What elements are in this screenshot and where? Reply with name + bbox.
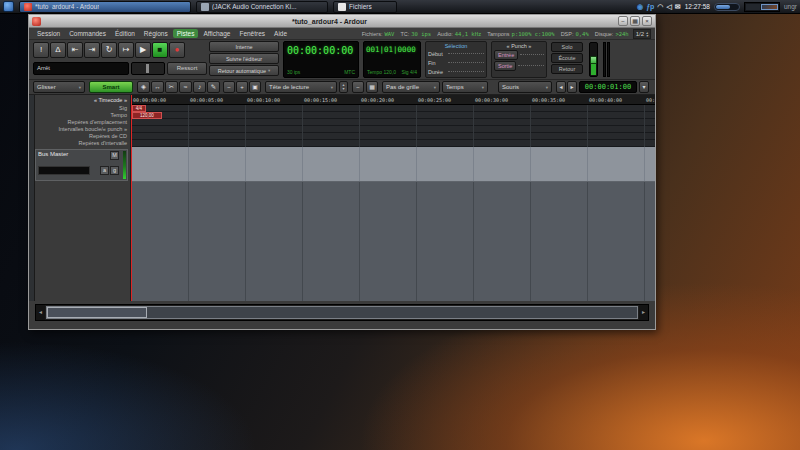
snap-unit-combo[interactable]: Temps▾ — [442, 81, 488, 93]
fader-handle[interactable] — [590, 56, 597, 64]
marker-lane-5[interactable] — [131, 133, 655, 140]
menu-aide[interactable]: Aide — [270, 29, 291, 38]
minimize-button[interactable]: − — [618, 16, 628, 26]
summary-view[interactable] — [46, 306, 638, 319]
cut-tool-icon[interactable]: ✂ — [165, 81, 178, 93]
wifi-icon[interactable]: ◠ — [657, 2, 663, 12]
nudge-back-button[interactable]: ◂ — [556, 81, 566, 93]
lane-label-4[interactable]: Intervalles boucle/« punch » — [35, 126, 130, 133]
midi-panic-button[interactable]: ! — [33, 42, 49, 58]
go-start-button[interactable]: ⇤ — [67, 42, 83, 58]
marker-lane-3[interactable] — [131, 119, 655, 126]
range-tool-icon[interactable]: ↔ — [151, 81, 164, 93]
group-button[interactable]: g — [110, 166, 119, 175]
timecode-ruler[interactable]: 00:00:00:0000:00:05:0000:00:10:0000:00:1… — [131, 95, 655, 105]
secondary-clock[interactable]: 001|01|0000 Tempo 120,0Sig 4/4 — [363, 41, 421, 78]
metronome-button[interactable]: Δ — [50, 42, 66, 58]
lane-label-0[interactable]: « Timecode » — [35, 95, 130, 105]
play-range-button[interactable]: ↦ — [118, 42, 134, 58]
automation-button[interactable]: a — [100, 166, 109, 175]
shuttle-handle[interactable] — [146, 64, 149, 73]
zoom-focus-combo[interactable]: Souris▾ — [498, 81, 552, 93]
marker-lane-6[interactable] — [131, 140, 655, 147]
draw-tool-icon[interactable]: ✎ — [207, 81, 220, 93]
lane-label-6[interactable]: Repères d'intervalle — [35, 140, 130, 147]
spin-down-icon[interactable]: ▾ — [342, 87, 344, 91]
record-button[interactable]: ● — [169, 42, 185, 58]
mail-icon[interactable]: ✉ — [675, 2, 681, 12]
follow-edit-button[interactable]: Suivre l'éditeur — [209, 53, 279, 64]
taskbar-item-jack[interactable]: (JACK Audio Connection Ki... — [196, 1, 328, 13]
marker-lane-1[interactable] — [131, 105, 655, 112]
mute-button[interactable]: M — [110, 151, 119, 160]
snap-mode-combo[interactable]: Pas de grille▾ — [382, 81, 440, 93]
shrink-tracks-button[interactable]: − — [352, 81, 364, 93]
gain-entry[interactable] — [38, 166, 90, 175]
zoom-fit-button[interactable]: ▣ — [249, 81, 261, 93]
punch-in-button[interactable]: Entrée — [494, 50, 518, 60]
tray-clock[interactable]: 12:27:58 — [685, 3, 710, 10]
zoom-in-button[interactable]: + — [236, 81, 248, 93]
fp-icon[interactable]: ƒp — [646, 2, 654, 12]
toolbar-overflow-button[interactable]: ▾ — [639, 81, 649, 93]
menu-edition[interactable]: Édition — [111, 29, 139, 38]
shuttle-mode-button[interactable]: Ressort — [167, 62, 207, 75]
lane-label-5[interactable]: Repères de CD — [35, 133, 130, 140]
go-end-button[interactable]: ⇥ — [84, 42, 100, 58]
menu-fenetres[interactable]: Fenêtres — [235, 29, 269, 38]
desktop-1[interactable] — [746, 4, 761, 10]
menu-regions[interactable]: Régions — [140, 29, 172, 38]
zoom-out-button[interactable]: − — [223, 81, 235, 93]
playhead[interactable] — [131, 95, 132, 301]
close-button[interactable]: × — [642, 16, 652, 26]
tray-slider[interactable] — [714, 3, 740, 11]
grab-tool-icon[interactable]: ◈ — [137, 81, 150, 93]
lane-label-3[interactable]: Repères d'emplacement — [35, 119, 130, 126]
summary-thumb[interactable] — [47, 307, 147, 318]
editor-canvas[interactable] — [131, 182, 655, 301]
menu-commandes[interactable]: Commandes — [65, 29, 110, 38]
indicator-feedback[interactable]: Retour — [551, 64, 583, 74]
network-icon[interactable]: ◉ — [637, 2, 643, 12]
taskbar-item-files[interactable]: Fichiers — [333, 1, 397, 13]
audition-tool-icon[interactable]: ♪ — [193, 81, 206, 93]
indicator-audition[interactable]: Écoute — [551, 53, 583, 63]
titlebar[interactable]: *tuto_ardour4 - Ardour −▦× — [29, 15, 655, 28]
loop-button[interactable]: ↻ — [101, 42, 117, 58]
shuttle-control[interactable] — [131, 62, 165, 75]
master-track-lane[interactable] — [131, 147, 655, 182]
primary-clock[interactable]: 00:00:00:00 30 ipsMTC — [283, 41, 359, 78]
menu-pistes[interactable]: Pistes — [173, 29, 199, 38]
play-button[interactable]: ▶ — [135, 42, 151, 58]
sync-source-button[interactable]: Interne — [209, 41, 279, 52]
lane-label-1[interactable]: Sig — [35, 105, 130, 112]
zoom-spinner[interactable]: ▴▾ — [339, 81, 348, 93]
tempo-marker[interactable]: 120,00 — [132, 112, 162, 119]
lane-label-2[interactable]: Tempo — [35, 112, 130, 119]
monitor-fader[interactable] — [589, 42, 598, 77]
launcher-icon[interactable] — [3, 1, 14, 12]
nudge-forward-button[interactable]: ▸ — [567, 81, 577, 93]
marker-lanes[interactable] — [131, 105, 655, 147]
window-pager[interactable]: 1/2 ▴▾ — [633, 29, 651, 39]
edit-mode-combo[interactable]: Glisser▾ — [33, 81, 85, 93]
indicator-solo[interactable]: Solo — [551, 42, 583, 52]
pager-spinner[interactable]: ▴▾ — [646, 31, 648, 37]
fit-tracks-button[interactable]: ▦ — [366, 81, 378, 93]
marker-lane-4[interactable] — [131, 126, 655, 133]
master-track-header[interactable]: Bus Master M a g — [35, 149, 128, 181]
marker-lane-2[interactable] — [131, 112, 655, 119]
summary-scroll-right[interactable]: ▸ — [639, 305, 648, 320]
menu-affichage[interactable]: Affichage — [199, 29, 234, 38]
spin-down-icon[interactable]: ▾ — [646, 34, 648, 37]
taskbar-item-ardour[interactable]: *tuto_ardour4 - Ardour — [19, 1, 191, 13]
summary-scroll-left[interactable]: ◂ — [36, 305, 45, 320]
virtual-desktop-pager[interactable] — [744, 2, 780, 12]
punch-out-button[interactable]: Sortie — [494, 61, 516, 71]
edit-point-combo[interactable]: Tête de lecture▾ — [265, 81, 337, 93]
stop-button[interactable]: ■ — [152, 42, 168, 58]
timeline[interactable]: 00:00:00:0000:00:05:0000:00:10:0000:00:1… — [131, 95, 655, 301]
menu-session[interactable]: Session — [33, 29, 64, 38]
volume-icon[interactable]: ◁ — [666, 2, 671, 12]
stretch-tool-icon[interactable]: ≈ — [179, 81, 192, 93]
